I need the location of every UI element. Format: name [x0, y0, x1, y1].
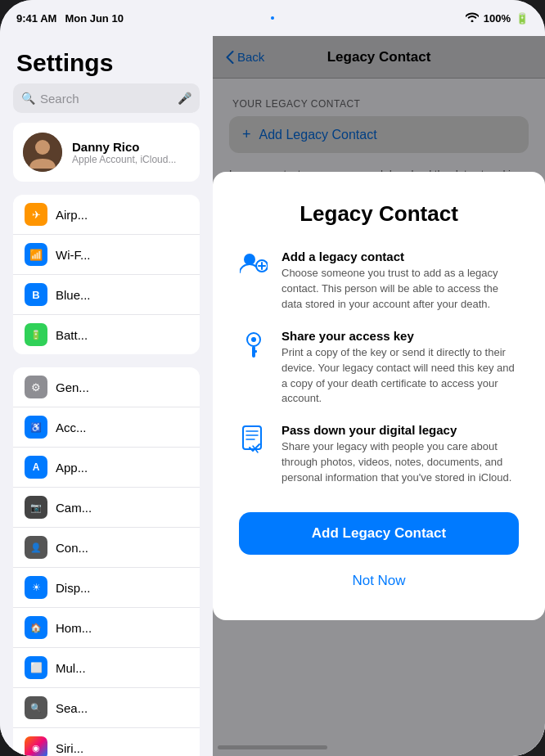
- sidebar-item-general[interactable]: ⚙ Gen...: [13, 367, 200, 407]
- add-contact-icon: [239, 251, 268, 274]
- status-bar: 9:41 AM Mon Jun 10 100% 🔋: [0, 0, 545, 36]
- appstore-icon: A: [25, 456, 47, 479]
- wifi-icon: [466, 12, 479, 25]
- accessibility-label: Acc...: [56, 421, 188, 434]
- feature-add-contact-text: Add a legacy contact Choose someone you …: [282, 250, 519, 313]
- sidebar-item-search[interactable]: 🔍 Sea...: [13, 688, 200, 728]
- appstore-label: App...: [56, 461, 188, 475]
- battery-label: Batt...: [56, 328, 188, 342]
- modal-features: Add a legacy contact Choose someone you …: [239, 250, 519, 485]
- airplane-label: Airp...: [56, 208, 188, 222]
- time: 9:41 AM: [16, 12, 56, 25]
- bluetooth-icon: B: [25, 283, 47, 306]
- ipad-frame: 9:41 AM Mon Jun 10 100% 🔋 Settings: [0, 0, 545, 756]
- modal-title: Legacy Contact: [239, 201, 519, 227]
- sidebar-item-multitasking[interactable]: ⬜ Mul...: [13, 648, 200, 688]
- sidebar-item-appstore[interactable]: A App...: [13, 448, 200, 488]
- date: Mon Jun 10: [65, 12, 124, 25]
- search-bar[interactable]: 🔍 Search 🎤: [13, 83, 200, 113]
- settings-title: Settings: [0, 36, 213, 83]
- feature-share-key: Share your access key Print a copy of th…: [239, 329, 519, 407]
- sidebar-item-accessibility[interactable]: ♿ Acc...: [13, 407, 200, 448]
- mic-icon: 🎤: [178, 92, 191, 105]
- status-right: 100% 🔋: [466, 12, 529, 25]
- svg-rect-7: [252, 350, 257, 353]
- feature-digital-legacy-text: Pass down your digital legacy Share your…: [282, 423, 519, 486]
- user-subtitle: Apple Account, iCloud...: [72, 154, 176, 165]
- bluetooth-label: Blue...: [56, 288, 188, 302]
- contacts-icon: 👤: [25, 536, 47, 559]
- main-area: Settings 🔍 Search 🎤: [0, 36, 545, 756]
- share-key-icon: [239, 331, 268, 360]
- svg-point-1: [35, 140, 50, 155]
- digital-legacy-icon: [239, 425, 268, 454]
- svg-point-5: [251, 337, 256, 342]
- multitasking-label: Mul...: [56, 661, 188, 675]
- camera-label: Cam...: [56, 501, 188, 515]
- airplane-icon: ✈: [25, 203, 47, 226]
- sidebar-item-battery[interactable]: 🔋 Batt...: [13, 315, 200, 354]
- sidebar-item-siri[interactable]: ◉ Siri...: [13, 728, 200, 756]
- top-indicator: [271, 16, 274, 20]
- wifi-label: Wi-F...: [56, 248, 188, 262]
- avatar: [23, 133, 62, 172]
- camera-icon: 📷: [25, 496, 47, 519]
- user-profile[interactable]: Danny Rico Apple Account, iCloud...: [13, 123, 200, 182]
- feature-add-contact: Add a legacy contact Choose someone you …: [239, 250, 519, 313]
- user-name: Danny Rico: [72, 140, 176, 154]
- feature-digital-legacy: Pass down your digital legacy Share your…: [239, 423, 519, 486]
- display-icon: ☀: [25, 576, 47, 599]
- add-legacy-contact-button[interactable]: Add Legacy Contact: [239, 512, 519, 555]
- accessibility-icon: ♿: [25, 416, 47, 439]
- not-now-button[interactable]: Not Now: [239, 565, 519, 597]
- sidebar: Settings 🔍 Search 🎤: [0, 36, 213, 756]
- search-icon: 🔍: [21, 92, 35, 105]
- general-icon: ⚙: [25, 376, 47, 398]
- multitasking-icon: ⬜: [25, 656, 47, 679]
- general-label: Gen...: [56, 380, 188, 394]
- sidebar-item-airplane[interactable]: ✈ Airp...: [13, 195, 200, 235]
- modal-overlay: Legacy Contact: [213, 36, 545, 756]
- settings-section-2: ⚙ Gen... ♿ Acc... A App... 📷 Cam... 👤: [13, 367, 200, 756]
- battery: 100%: [484, 12, 511, 25]
- right-panel: Back Legacy Contact YOUR LEGACY CONTACT …: [213, 36, 545, 756]
- battery-icon: 🔋: [516, 12, 529, 25]
- siri-icon: ◉: [25, 736, 47, 756]
- sidebar-item-camera[interactable]: 📷 Cam...: [13, 488, 200, 528]
- search-settings-icon: 🔍: [25, 696, 47, 719]
- wifi-settings-icon: 📶: [25, 243, 47, 266]
- status-left: 9:41 AM Mon Jun 10: [16, 12, 124, 25]
- modal: Legacy Contact: [213, 172, 545, 619]
- search-settings-label: Sea...: [56, 701, 188, 715]
- sidebar-item-wifi[interactable]: 📶 Wi-F...: [13, 235, 200, 275]
- feature-share-key-text: Share your access key Print a copy of th…: [282, 329, 519, 407]
- sidebar-item-homescreen[interactable]: 🏠 Hom...: [13, 608, 200, 648]
- homescreen-label: Hom...: [56, 621, 188, 635]
- siri-label: Siri...: [56, 741, 188, 755]
- display-label: Disp...: [56, 581, 188, 595]
- sidebar-item-bluetooth[interactable]: B Blue...: [13, 275, 200, 315]
- search-placeholder: Search: [40, 92, 173, 106]
- sidebar-item-display[interactable]: ☀ Disp...: [13, 568, 200, 608]
- svg-point-2: [244, 254, 255, 265]
- settings-section-1: ✈ Airp... 📶 Wi-F... B Blue... 🔋 Batt...: [13, 195, 200, 354]
- sidebar-item-contacts[interactable]: 👤 Con...: [13, 528, 200, 568]
- contacts-label: Con...: [56, 541, 188, 555]
- homescreen-icon: 🏠: [25, 616, 47, 639]
- battery-settings-icon: 🔋: [25, 323, 47, 346]
